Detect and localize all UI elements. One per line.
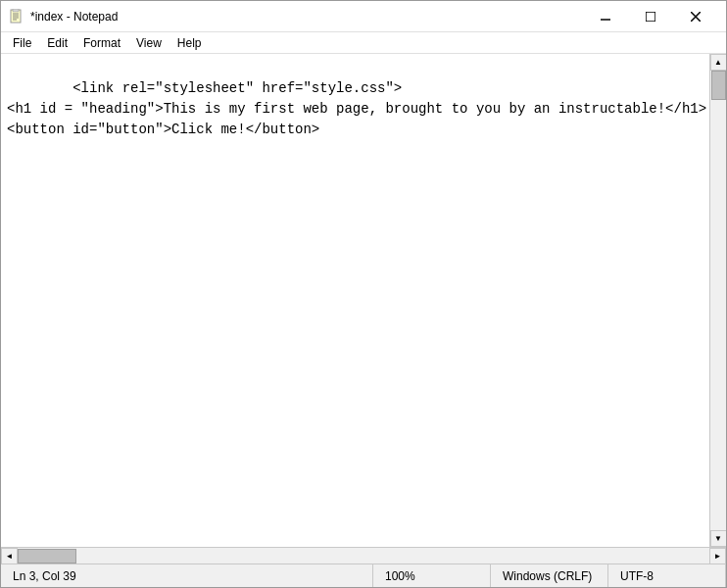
scroll-thumb-horizontal[interactable]: [18, 549, 76, 564]
status-encoding: UTF-8: [620, 569, 654, 583]
status-position: Ln 3, Col 39: [13, 569, 76, 583]
horizontal-scrollbar: ◄ ►: [1, 547, 726, 564]
window-title: *index - Notepad: [30, 10, 583, 24]
scroll-track-vertical[interactable]: [710, 71, 726, 530]
svg-rect-1: [13, 9, 19, 12]
scroll-left-arrow[interactable]: ◄: [1, 548, 18, 564]
title-bar: *index - Notepad: [1, 1, 726, 32]
menu-view[interactable]: View: [128, 34, 170, 52]
scroll-right-arrow[interactable]: ►: [709, 548, 726, 564]
maximize-button[interactable]: [628, 1, 673, 32]
status-line-ending: Windows (CRLF): [503, 569, 592, 583]
status-position-section: Ln 3, Col 39: [1, 564, 373, 587]
editor-line-1: <link rel="stylesheet" href="style.css">…: [7, 80, 706, 137]
editor-content[interactable]: <link rel="stylesheet" href="style.css">…: [1, 54, 709, 547]
notepad-icon: [9, 9, 24, 24]
status-encoding-section: UTF-8: [608, 564, 726, 587]
status-zoom-section: 100%: [373, 564, 491, 587]
scroll-down-arrow[interactable]: ▼: [710, 530, 727, 547]
menu-file[interactable]: File: [5, 34, 39, 52]
status-zoom: 100%: [385, 569, 415, 583]
minimize-button[interactable]: [583, 1, 628, 32]
svg-rect-7: [646, 12, 655, 22]
menu-bar: File Edit Format View Help: [1, 32, 726, 54]
menu-help[interactable]: Help: [170, 34, 210, 52]
scroll-up-arrow[interactable]: ▲: [710, 54, 727, 71]
window-controls: [583, 1, 718, 32]
status-line-ending-section: Windows (CRLF): [491, 564, 608, 587]
scroll-thumb-vertical[interactable]: [711, 71, 726, 100]
menu-edit[interactable]: Edit: [39, 34, 75, 52]
scroll-track-horizontal[interactable]: [18, 548, 709, 564]
editor-wrapper[interactable]: <link rel="stylesheet" href="style.css">…: [1, 54, 709, 547]
close-button[interactable]: [673, 1, 718, 32]
vertical-scrollbar: ▲ ▼: [709, 54, 726, 547]
editor-scrollbar-area: <link rel="stylesheet" href="style.css">…: [1, 54, 726, 547]
status-bar: Ln 3, Col 39 100% Windows (CRLF) UTF-8: [1, 564, 726, 587]
notepad-window: *index - Notepad File Edit Format View H…: [0, 0, 727, 588]
menu-format[interactable]: Format: [75, 34, 128, 52]
